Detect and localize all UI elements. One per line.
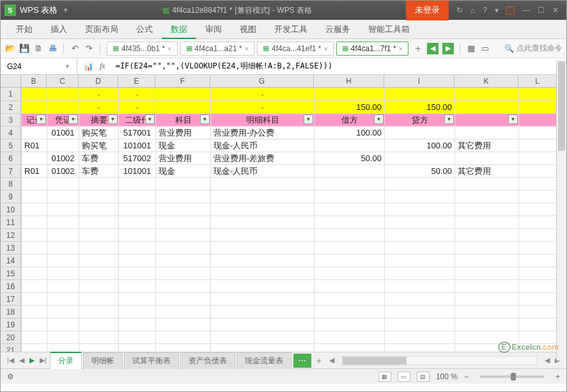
cell[interactable]: [315, 216, 385, 229]
cell[interactable]: 购买笔: [79, 127, 119, 139]
cell[interactable]: [315, 165, 385, 178]
close-tab-icon[interactable]: ×: [399, 45, 403, 52]
sheet-tab[interactable]: 分录: [50, 352, 82, 369]
cell[interactable]: [47, 139, 79, 152]
zoom-in-button[interactable]: +: [555, 372, 560, 381]
cell[interactable]: [519, 88, 557, 101]
cell[interactable]: 100.00: [385, 139, 455, 152]
cell[interactable]: [315, 178, 385, 191]
cell[interactable]: [156, 318, 211, 331]
cell[interactable]: [385, 306, 455, 318]
zoom-slider[interactable]: [480, 375, 544, 378]
doc-tab[interactable]: ▦4f4ca...41ef1 *×: [257, 42, 334, 56]
cell[interactable]: [455, 178, 519, 191]
cell[interactable]: 01001: [47, 127, 79, 139]
cell[interactable]: [22, 267, 47, 280]
home-icon[interactable]: ⌂: [470, 6, 475, 15]
cell[interactable]: [119, 293, 156, 306]
cell[interactable]: [22, 293, 47, 306]
sheet-next-button[interactable]: ▶: [27, 356, 37, 365]
cell[interactable]: [519, 152, 557, 165]
row-header-2[interactable]: 2: [1, 101, 21, 114]
menu-数据[interactable]: 数据: [162, 20, 196, 39]
cell[interactable]: [119, 331, 156, 344]
cell[interactable]: [211, 318, 315, 331]
cell[interactable]: [385, 293, 455, 306]
cell[interactable]: [211, 293, 315, 306]
col-header-E[interactable]: E: [118, 75, 155, 88]
cell[interactable]: [156, 178, 211, 191]
doc-tab[interactable]: ▦4f435...0b1 *×: [107, 42, 178, 56]
filter-button[interactable]: ▼: [374, 114, 384, 124]
row-header-10[interactable]: 10: [1, 203, 21, 216]
filter-button[interactable]: ▼: [68, 114, 78, 124]
cell[interactable]: [22, 331, 47, 344]
print-icon[interactable]: 🖶: [47, 43, 58, 54]
cell[interactable]: [385, 178, 455, 191]
tool-icon-2[interactable]: ▭: [479, 43, 491, 54]
cell[interactable]: -: [79, 88, 119, 101]
tool-icon-1[interactable]: ▦: [465, 43, 477, 54]
cell[interactable]: R01: [22, 139, 47, 152]
cell[interactable]: [119, 216, 156, 229]
cell[interactable]: [47, 178, 79, 191]
row-header-19[interactable]: 19: [1, 318, 21, 331]
cell[interactable]: [519, 203, 557, 216]
cell[interactable]: [211, 203, 315, 216]
cell[interactable]: [519, 229, 557, 242]
cell[interactable]: 100.00: [315, 127, 385, 139]
cell[interactable]: [211, 178, 315, 191]
filter-button[interactable]: ▼: [36, 114, 46, 124]
spreadsheet-grid[interactable]: BCDEFGHIKL 12345678910111213141516171819…: [1, 75, 566, 352]
row-header-11[interactable]: 11: [1, 216, 21, 229]
cell[interactable]: [156, 88, 211, 101]
close-tab-icon[interactable]: ×: [323, 45, 327, 52]
cell[interactable]: [385, 280, 455, 293]
close-tab-icon[interactable]: ×: [245, 45, 249, 52]
horizontal-scrollbar[interactable]: [342, 356, 537, 365]
cell[interactable]: [315, 203, 385, 216]
cell[interactable]: [79, 331, 119, 344]
cell[interactable]: [156, 229, 211, 242]
app-menu-dropdown[interactable]: ▼: [63, 7, 68, 13]
cell[interactable]: [519, 318, 557, 331]
insert-chart-icon[interactable]: 📊: [84, 62, 93, 71]
col-header-L[interactable]: L: [518, 75, 557, 88]
new-tab-button[interactable]: +: [412, 43, 424, 54]
cell[interactable]: [22, 203, 47, 216]
menu-开始[interactable]: 开始: [7, 20, 42, 39]
cell[interactable]: [156, 203, 211, 216]
cell[interactable]: [79, 344, 119, 352]
sheet-tab[interactable]: 现金流量表: [237, 352, 291, 369]
cell[interactable]: 贷方▼: [385, 114, 455, 127]
vertical-scrollbar[interactable]: [556, 60, 566, 361]
cell[interactable]: [455, 88, 519, 101]
cell[interactable]: 01002: [47, 152, 79, 165]
col-header-B[interactable]: B: [21, 75, 47, 88]
cell[interactable]: 现金: [156, 139, 211, 152]
cell[interactable]: [315, 191, 385, 203]
cell[interactable]: [156, 242, 211, 255]
cell[interactable]: [385, 216, 455, 229]
sheet-last-button[interactable]: ▶|: [37, 356, 49, 365]
cell[interactable]: [455, 152, 519, 165]
col-header-F[interactable]: F: [155, 75, 210, 88]
menu-开发工具[interactable]: 开发工具: [265, 20, 316, 39]
sheet-more-button[interactable]: ⋯: [293, 354, 311, 368]
cell[interactable]: [519, 293, 557, 306]
refresh-icon[interactable]: ↻: [456, 6, 463, 15]
cell[interactable]: -: [79, 101, 119, 114]
cell[interactable]: [455, 267, 519, 280]
cell[interactable]: [519, 267, 557, 280]
cell[interactable]: [315, 331, 385, 344]
row-header-16[interactable]: 16: [1, 280, 21, 293]
cell[interactable]: [22, 216, 47, 229]
close-button[interactable]: ✕: [552, 6, 559, 15]
name-box[interactable]: ▼: [1, 58, 77, 74]
name-box-input[interactable]: [7, 62, 65, 71]
cell[interactable]: [79, 293, 119, 306]
redo-icon[interactable]: ↷: [83, 43, 95, 54]
menu-云服务[interactable]: 云服务: [316, 20, 359, 39]
cell[interactable]: [22, 255, 47, 267]
cell[interactable]: 517001: [119, 127, 156, 139]
